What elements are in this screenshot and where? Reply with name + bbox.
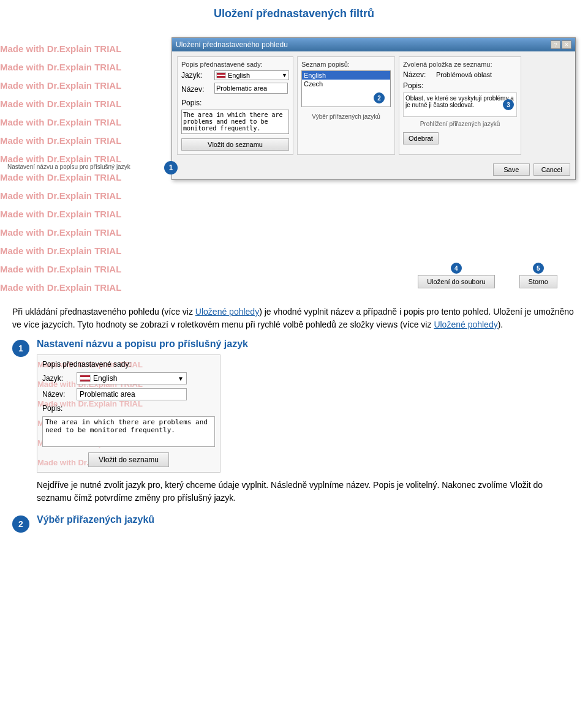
dialog-title: Uložení přednastaveného pohledu — [176, 40, 288, 49]
mock-desc2-label: Popis: — [42, 404, 73, 413]
mock-name-row: Název: — [42, 388, 215, 400]
save-button[interactable]: Save — [493, 163, 530, 176]
lang-row: Jazyk: English ▼ — [181, 70, 289, 80]
right-panel: Zvolená položka ze seznamu: Název: Probl… — [399, 56, 521, 155]
watermark-7: Made with Dr.Explain TRIAL — [0, 154, 121, 164]
badge-4: 4 — [451, 263, 462, 274]
intro-link-2[interactable]: Uložené pohledy — [434, 320, 497, 329]
lang-label: Jazyk: — [181, 71, 212, 80]
watermark-5: Made with Dr.Explain TRIAL — [0, 117, 121, 127]
callout-2-label: Výběr přiřazených jazyků — [312, 113, 380, 120]
name-label-left: Název: — [181, 85, 212, 94]
section-1-title: Nastavení názvu a popisu pro příslušný j… — [37, 339, 576, 350]
watermark-2: Made with Dr.Explain TRIAL — [0, 62, 121, 72]
mock-flag — [80, 375, 91, 382]
mock-select-arrow: ▼ — [178, 375, 184, 382]
mock-desc-label: Popis přednastavené sady: — [42, 360, 131, 369]
section-2-content: Výběr přiřazených jazyků — [37, 514, 576, 525]
section-1: 1 Nastavení názvu a popisu pro příslušný… — [12, 339, 576, 504]
left-panel-label: Popis přednastavené sady: — [181, 61, 289, 68]
section-1-mockup: Made with Dr.Explain TRIAL Made with Dr.… — [37, 354, 221, 473]
desc-label-left: Popis: — [181, 99, 212, 107]
section-2-title: Výběr přiřazených jazyků — [37, 514, 576, 525]
watermark-10: Made with Dr.Explain TRIAL — [0, 209, 121, 219]
intro-text-3: ). — [498, 320, 503, 329]
left-panel: Popis přednastavené sady: Jazyk: English… — [177, 56, 293, 155]
cancel-button[interactable]: Cancel — [533, 163, 570, 176]
name-row: Název: — [181, 83, 289, 96]
select-arrow: ▼ — [282, 72, 287, 78]
section-1-content: Nastavení názvu a popisu pro příslušný j… — [37, 339, 576, 504]
watermark-1: Made with Dr.Explain TRIAL — [0, 43, 121, 54]
center-panel: Seznam popisů: English Czech Výběr přiřa… — [297, 56, 395, 155]
right-panel-label: Zvolená položka ze seznamu: — [403, 61, 517, 68]
right-desc-row: Popis: — [403, 81, 517, 90]
dialog-screenshot-area: Made with Dr.Explain TRIAL Made with Dr.… — [0, 25, 588, 301]
watermark-8: Made with Dr.Explain TRIAL — [0, 172, 121, 182]
center-panel-label: Seznam popisů: — [301, 61, 391, 68]
callout-label-1: Nastavení názvu a popisu pro příslušný j… — [7, 163, 130, 170]
flag-icon — [216, 72, 226, 78]
mock-name-label: Název: — [42, 390, 73, 399]
dialog-titlebar: Uložení přednastaveného pohledu ? ✕ — [172, 38, 575, 51]
section-1-badge: 1 — [12, 340, 29, 357]
help-button[interactable]: ? — [551, 40, 560, 49]
watermark-6: Made with Dr.Explain TRIAL — [0, 135, 121, 146]
mock-lang-row: Jazyk: English ▼ — [42, 372, 215, 384]
name-input[interactable] — [214, 83, 288, 94]
mock-lang-value: English — [93, 374, 117, 383]
list-item-czech[interactable]: Czech — [302, 80, 390, 88]
lang-value: English — [228, 72, 250, 79]
badge-2: 2 — [374, 92, 385, 103]
dialog-titlebar-buttons: ? ✕ — [551, 40, 571, 49]
close-button[interactable]: ✕ — [562, 40, 571, 49]
mock-lang-label: Jazyk: — [42, 374, 73, 383]
save-file-button[interactable]: Uložení do souboru — [418, 275, 494, 288]
section-1-description: Nejdříve je nutné zvolit jazyk pro, kter… — [37, 479, 576, 504]
section-2-badge: 2 — [12, 515, 29, 533]
badge-5: 5 — [533, 263, 544, 274]
mock-desc-row: Popis přednastavené sady: — [42, 360, 215, 369]
add-to-list-button[interactable]: Vložit do seznamu — [181, 138, 289, 151]
badge-3: 3 — [503, 99, 514, 110]
remove-button[interactable]: Odebrat — [403, 132, 439, 144]
watermark-3: Made with Dr.Explain TRIAL — [0, 80, 121, 91]
save-file-group: 4 Uložení do souboru — [418, 263, 494, 288]
list-item-english[interactable]: English — [302, 71, 390, 80]
watermark-9: Made with Dr.Explain TRIAL — [0, 190, 121, 201]
right-name-row: Název: Problémová oblast — [403, 70, 517, 79]
watermark-12: Made with Dr.Explain TRIAL — [0, 246, 121, 256]
mock-name-input[interactable] — [77, 388, 187, 400]
mock-desc2-row: Popis: — [42, 404, 215, 413]
callout-3-label: Prohlížení přiřazených jazyků — [420, 121, 500, 127]
desc-textarea[interactable]: The area in which there are problems and… — [181, 110, 289, 134]
main-content: Při ukládání přednastaveného pohledu (ví… — [0, 301, 588, 552]
mock-lang-select[interactable]: English ▼ — [77, 372, 187, 384]
right-name-label: Název: — [403, 70, 434, 79]
dialog-window: Uložení přednastaveného pohledu ? ✕ Popi… — [172, 37, 576, 180]
watermark-4: Made with Dr.Explain TRIAL — [0, 99, 121, 109]
dialog-footer: Save Cancel — [172, 160, 575, 179]
watermark-14: Made with Dr.Explain TRIAL — [0, 282, 121, 293]
mock-add-button[interactable]: Vložit do seznamu — [88, 452, 169, 467]
intro-paragraph: Při ukládání přednastaveného pohledu (ví… — [12, 306, 576, 331]
right-desc-label: Popis: — [403, 81, 434, 90]
watermark-11: Made with Dr.Explain TRIAL — [0, 227, 121, 238]
storno-group: 5 Storno — [519, 263, 557, 288]
lang-select[interactable]: English ▼ — [214, 70, 289, 80]
intro-link-1[interactable]: Uložené pohledy — [195, 307, 259, 317]
watermark-13: Made with Dr.Explain TRIAL — [0, 264, 121, 274]
bottom-actions: 4 Uložení do souboru 5 Storno — [418, 263, 557, 288]
intro-text-1: Při ukládání přednastaveného pohledu (ví… — [12, 307, 195, 317]
dialog-content: Popis přednastavené sady: Jazyk: English… — [172, 51, 575, 160]
right-desc-value: Oblast, ve které se vyskytují problémy a… — [403, 92, 517, 117]
storno-button[interactable]: Storno — [519, 275, 557, 288]
right-name-value: Problémová oblast — [436, 71, 492, 78]
desc-row: Popis: — [181, 99, 289, 107]
mock-desc-textarea[interactable]: The area in which there are problems and… — [42, 416, 215, 447]
page-title: Uložení přednastavených filtrů — [0, 0, 588, 25]
badge-1: 1 — [164, 161, 178, 174]
section-2: 2 Výběr přiřazených jazyků — [12, 514, 576, 533]
